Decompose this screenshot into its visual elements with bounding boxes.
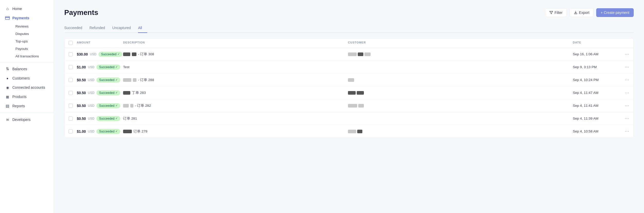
balances-icon xyxy=(5,67,10,71)
page-header: Payments Filter Export + Create payment xyxy=(64,8,634,17)
table-row[interactable]: $0.50 USD Succeeded 丁单 283 Sep 4, 11:47 … xyxy=(65,86,633,99)
row-amount-cell: $30.00 USD Succeeded xyxy=(77,52,123,57)
cust-blur-1 xyxy=(348,91,356,95)
payments-icon xyxy=(5,16,10,20)
row-amount-cell: $0.50 USD Succeeded xyxy=(77,77,123,83)
row-currency: USD xyxy=(88,130,94,133)
row-amount: $0.50 xyxy=(77,117,86,121)
row-checkbox[interactable] xyxy=(69,91,77,95)
row-date: Sep 16, 1:06 AM xyxy=(573,52,619,56)
tab-uncaptured[interactable]: Uncaptured xyxy=(112,23,136,33)
row-description: - 订单 288 xyxy=(123,78,348,82)
row-more-button[interactable]: ··· xyxy=(619,116,629,121)
row-date: Sep 4, 11:39 AM xyxy=(573,117,619,120)
tab-refunded[interactable]: Refunded xyxy=(89,23,110,33)
row-currency: USD xyxy=(90,52,96,56)
sidebar-item-connected-accounts[interactable]: Connected accounts xyxy=(0,83,54,92)
desc-blur-2 xyxy=(133,78,136,82)
row-more-button[interactable]: ··· xyxy=(619,77,629,83)
row-checkbox[interactable] xyxy=(69,104,77,108)
header-checkbox-col xyxy=(69,41,77,45)
row-amount-cell: $0.50 USD Succeeded xyxy=(77,116,123,121)
status-badge: Succeeded xyxy=(96,77,120,83)
sidebar-item-payments[interactable]: Payments xyxy=(0,13,54,23)
cust-blur-2 xyxy=(357,91,364,95)
sidebar-payments-label: Payments xyxy=(12,16,29,20)
filter-label: Filter xyxy=(555,11,563,15)
export-icon xyxy=(574,11,577,14)
main-content: Payments Filter Export + Create payment … xyxy=(54,0,644,213)
row-more-button[interactable]: ··· xyxy=(619,90,629,95)
row-checkbox[interactable] xyxy=(69,52,77,56)
row-currency: USD xyxy=(88,117,94,120)
table-row[interactable]: $0.50 USD Succeeded 订单 281 Sep 4, 11:39 … xyxy=(65,112,633,125)
home-icon xyxy=(5,6,10,11)
row-more-button[interactable]: ··· xyxy=(619,129,629,134)
cust-blur-2 xyxy=(358,104,364,108)
sidebar-item-home[interactable]: Home xyxy=(0,4,54,13)
row-customer xyxy=(348,91,573,95)
sidebar-item-topups[interactable]: Top-ups xyxy=(12,38,54,45)
row-checkbox[interactable] xyxy=(69,78,77,82)
sidebar-item-balances[interactable]: Balances xyxy=(0,64,54,74)
table-row[interactable]: $1.00 USD Succeeded 订单 279 Sep 4, 10:58 … xyxy=(65,125,633,138)
sidebar-topups-label: Top-ups xyxy=(15,39,28,43)
desc-blur-1 xyxy=(123,91,130,95)
cust-blur-2 xyxy=(357,130,362,133)
sidebar-item-disputes[interactable]: Disputes xyxy=(12,30,54,38)
sidebar-item-payouts[interactable]: Payouts xyxy=(12,45,54,52)
row-customer xyxy=(348,52,573,56)
export-button[interactable]: Export xyxy=(569,8,594,17)
row-amount: $1.00 xyxy=(77,65,86,69)
reports-icon xyxy=(5,104,10,108)
row-amount: $0.50 xyxy=(77,78,86,82)
select-all-checkbox[interactable] xyxy=(69,41,73,45)
table-row[interactable]: $1.00 USD Succeeded Test Sep 9, 3:13 PM … xyxy=(65,61,633,74)
sidebar: Home Payments Reviews Disputes Top-ups P… xyxy=(0,0,54,213)
sidebar-item-reports[interactable]: Reports xyxy=(0,101,54,111)
payments-tabs: Succeeded Refunded Uncaptured All xyxy=(64,23,634,33)
cust-blur-1 xyxy=(348,52,357,56)
filter-button[interactable]: Filter xyxy=(545,8,567,17)
desc-blur-1 xyxy=(123,104,129,108)
sidebar-item-developers[interactable]: Developers xyxy=(0,115,54,124)
cust-blur-1 xyxy=(348,104,357,108)
row-amount-cell: $1.00 USD Succeeded xyxy=(77,65,123,70)
row-checkbox[interactable] xyxy=(69,117,77,121)
sidebar-item-all-transactions[interactable]: All transactions xyxy=(12,52,54,60)
header-description: DESCRIPTION xyxy=(123,41,348,45)
row-amount-cell: $0.50 USD Succeeded xyxy=(77,90,123,95)
table-row[interactable]: $0.50 USD Succeeded - 订单 288 Sep 4, 10:2… xyxy=(65,74,633,86)
row-checkbox[interactable] xyxy=(69,65,77,69)
export-label: Export xyxy=(579,11,589,15)
table-row[interactable]: $0.50 USD Succeeded - 订单 282 Sep 4, 11:4… xyxy=(65,99,633,112)
row-amount-cell: $0.50 USD Succeeded xyxy=(77,103,123,108)
sidebar-item-products[interactable]: Products xyxy=(0,92,54,101)
row-customer xyxy=(348,78,573,82)
row-more-button[interactable]: ··· xyxy=(619,64,629,70)
sidebar-divider-1 xyxy=(0,62,54,62)
sidebar-developers-label: Developers xyxy=(12,118,31,122)
row-description: 订单 281 xyxy=(123,116,348,121)
table-row[interactable]: $30.00 USD Succeeded - 订单 308 Sep 16, 1:… xyxy=(65,48,633,61)
developers-icon xyxy=(5,117,10,122)
row-more-button[interactable]: ··· xyxy=(619,103,629,108)
row-description: Test xyxy=(123,65,348,69)
row-more-button[interactable]: ··· xyxy=(619,51,629,57)
desc-blur-2 xyxy=(130,104,133,108)
sidebar-balances-label: Balances xyxy=(12,67,27,71)
sidebar-payouts-label: Payouts xyxy=(15,47,28,51)
sidebar-item-reviews[interactable]: Reviews xyxy=(12,23,54,30)
status-badge: Succeeded xyxy=(96,116,120,121)
tab-succeeded[interactable]: Succeeded xyxy=(64,23,87,33)
row-checkbox[interactable] xyxy=(69,129,77,134)
row-currency: USD xyxy=(88,78,94,82)
row-date: Sep 4, 10:24 PM xyxy=(573,78,619,82)
tab-all[interactable]: All xyxy=(138,23,147,33)
sidebar-all-transactions-label: All transactions xyxy=(15,54,39,58)
create-payment-label: + Create payment xyxy=(601,11,629,15)
row-description: 订单 279 xyxy=(123,129,348,134)
sidebar-item-customers[interactable]: Customers xyxy=(0,74,54,83)
create-payment-button[interactable]: + Create payment xyxy=(596,8,634,17)
svg-rect-0 xyxy=(5,16,10,20)
